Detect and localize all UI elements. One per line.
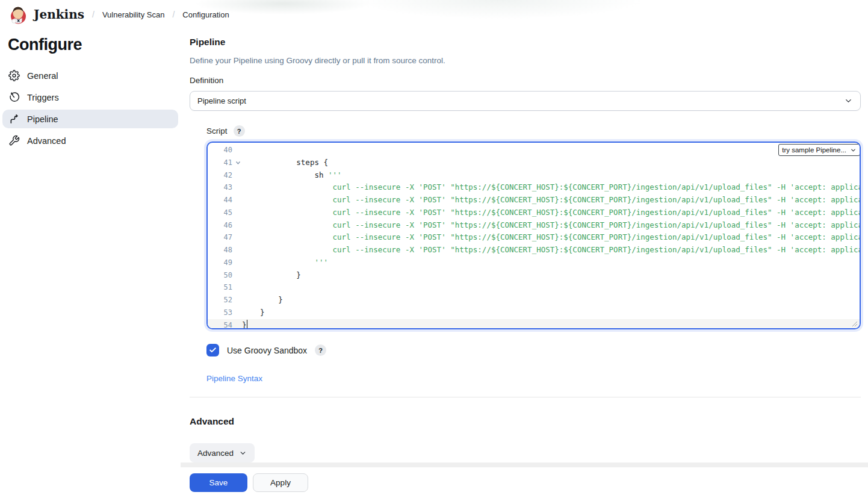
code-text: curl --insecure -X 'POST' "https://${CON… <box>242 231 860 244</box>
code-line[interactable]: 42 sh ''' <box>208 169 860 182</box>
sidebar-item-advanced[interactable]: Advanced <box>2 131 178 150</box>
definition-label: Definition <box>190 76 861 85</box>
line-number: 48 <box>224 244 232 257</box>
code-line[interactable]: 47 curl --insecure -X 'POST' "https://${… <box>208 231 860 244</box>
line-gutter: 40 <box>208 144 242 157</box>
code-line[interactable]: 40 <box>208 144 860 157</box>
code-line[interactable]: 45 curl --insecure -X 'POST' "https://${… <box>208 207 860 219</box>
apply-button[interactable]: Apply <box>253 473 308 492</box>
pipeline-description: Define your Pipeline using Groovy direct… <box>190 56 861 65</box>
code-line[interactable]: 44 curl --insecure -X 'POST' "https://${… <box>208 194 860 207</box>
line-gutter: 43 <box>208 181 242 194</box>
line-gutter: 50 <box>208 269 242 282</box>
line-number: 43 <box>224 181 232 194</box>
code-line[interactable]: 43 curl --insecure -X 'POST' "https://${… <box>208 181 860 194</box>
pipeline-syntax-link[interactable]: Pipeline Syntax <box>206 374 262 383</box>
sample-pipeline-select-value: try sample Pipeline... <box>782 146 846 154</box>
line-gutter: 51 <box>208 281 242 294</box>
code-line[interactable]: 54} <box>208 319 860 330</box>
breadcrumb-separator: / <box>172 10 175 19</box>
line-number: 45 <box>224 207 232 219</box>
jenkins-logo-icon[interactable] <box>10 5 27 24</box>
line-number: 40 <box>224 144 232 157</box>
line-gutter: 45 <box>208 207 242 219</box>
advanced-button[interactable]: Advanced <box>190 443 255 462</box>
breadcrumb-job[interactable]: Vulnerability Scan <box>102 10 165 19</box>
line-number: 41 <box>224 157 232 169</box>
brand-title[interactable]: Jenkins <box>34 7 84 22</box>
page-title: Configure <box>8 36 178 53</box>
breadcrumb-separator: / <box>92 10 95 19</box>
main-content: Pipeline Define your Pipeline using Groo… <box>190 29 861 462</box>
code-text: steps { <box>242 157 860 169</box>
line-number: 52 <box>224 294 232 307</box>
code-text: curl --insecure -X 'POST' "https://${CON… <box>242 207 860 219</box>
code-text: curl --insecure -X 'POST' "https://${CON… <box>242 181 860 194</box>
line-number: 51 <box>224 281 232 294</box>
code-line[interactable]: 53 } <box>208 307 860 319</box>
script-block: Script ? try sample Pipeline... 4041 ste… <box>206 125 861 384</box>
chevron-down-icon <box>844 96 853 105</box>
checkmark-icon <box>209 346 217 354</box>
config-sidebar: Configure General Triggers Pipeline <box>0 29 181 153</box>
chevron-down-icon <box>239 449 247 457</box>
clock-icon <box>8 92 20 103</box>
pipeline-script-editor[interactable]: try sample Pipeline... 4041 steps {42 sh… <box>206 142 861 329</box>
line-gutter: 47 <box>208 231 242 244</box>
code-line[interactable]: 52 } <box>208 294 860 307</box>
text-cursor <box>247 320 248 329</box>
script-help-button[interactable]: ? <box>234 125 245 137</box>
line-gutter: 54 <box>208 319 242 330</box>
resize-handle-icon[interactable] <box>851 320 858 327</box>
groovy-sandbox-checkbox[interactable] <box>206 344 219 356</box>
sidebar-item-label: Advanced <box>27 136 66 146</box>
code-line[interactable]: 46 curl --insecure -X 'POST' "https://${… <box>208 219 860 232</box>
code-text: curl --insecure -X 'POST' "https://${CON… <box>242 194 860 207</box>
line-gutter: 46 <box>208 219 242 232</box>
definition-select-value: Pipeline script <box>197 96 246 105</box>
code-line[interactable]: 49 ''' <box>208 257 860 269</box>
line-number: 46 <box>224 219 232 232</box>
sidebar-item-general[interactable]: General <box>2 66 178 85</box>
sidebar-item-label: General <box>27 71 58 81</box>
code-line[interactable]: 41 steps { <box>208 157 860 169</box>
line-number: 53 <box>224 307 232 319</box>
advanced-button-label: Advanced <box>197 449 234 458</box>
definition-select[interactable]: Pipeline script <box>190 91 861 111</box>
line-number: 47 <box>224 231 232 244</box>
save-button[interactable]: Save <box>190 473 247 492</box>
top-bar: Jenkins / Vulnerability Scan / Configura… <box>0 0 868 29</box>
sandbox-help-button[interactable]: ? <box>315 344 326 356</box>
code-line[interactable]: 50 } <box>208 269 860 282</box>
section-divider <box>190 397 861 397</box>
code-line[interactable]: 48 curl --insecure -X 'POST' "https://${… <box>208 244 860 257</box>
line-gutter: 41 <box>208 157 242 169</box>
line-gutter: 49 <box>208 257 242 269</box>
line-gutter: 52 <box>208 294 242 307</box>
fold-toggle-icon[interactable] <box>235 160 241 166</box>
line-gutter: 53 <box>208 307 242 319</box>
sidebar-item-triggers[interactable]: Triggers <box>2 88 178 107</box>
code-text: } <box>242 294 860 307</box>
chevron-down-icon <box>850 147 857 154</box>
line-gutter: 44 <box>208 194 242 207</box>
code-line[interactable]: 51 <box>208 281 860 294</box>
sidebar-item-pipeline[interactable]: Pipeline <box>2 110 178 128</box>
breadcrumb-configuration[interactable]: Configuration <box>182 10 229 19</box>
pipeline-section-title: Pipeline <box>190 37 861 48</box>
gear-icon <box>8 70 20 81</box>
line-number: 44 <box>224 194 232 207</box>
wrench-icon <box>8 135 20 146</box>
editor-rows: 4041 steps {42 sh '''43 curl --insecure … <box>208 143 860 329</box>
pipeline-icon <box>8 113 20 125</box>
groovy-sandbox-label: Use Groovy Sandbox <box>227 346 307 355</box>
line-number: 42 <box>224 169 232 182</box>
advanced-section-title: Advanced <box>190 416 861 427</box>
jenkins-configure-page: Jenkins / Vulnerability Scan / Configura… <box>0 0 868 495</box>
sidebar-item-label: Triggers <box>27 93 59 102</box>
code-text <box>242 281 860 294</box>
line-number: 50 <box>224 269 232 282</box>
code-text: curl --insecure -X 'POST' "https://${CON… <box>242 244 860 257</box>
script-label: Script <box>206 126 228 135</box>
sample-pipeline-select[interactable]: try sample Pipeline... <box>778 144 860 156</box>
